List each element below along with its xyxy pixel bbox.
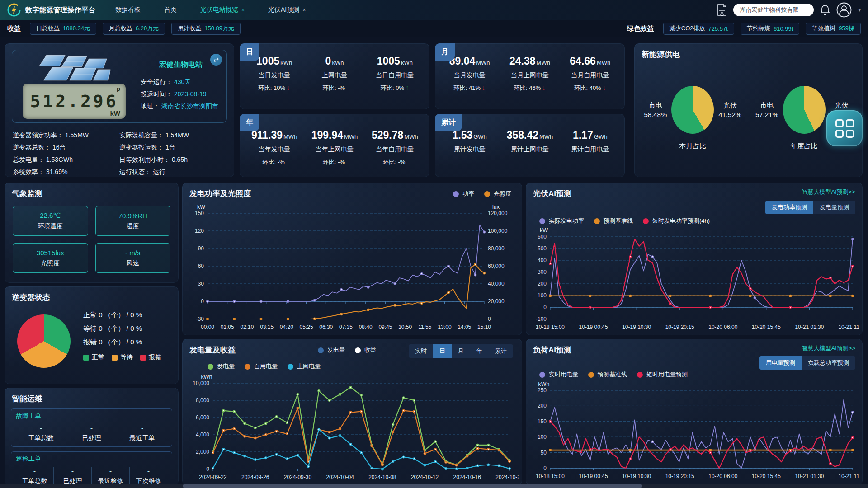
tab-pv-ai-forecast[interactable]: 光伏AI预测 × <box>268 6 306 14</box>
svg-text:60,000: 60,000 <box>488 263 505 269</box>
ai-model-link[interactable]: 智慧大模型AI预测>> <box>802 188 855 196</box>
legend-dot <box>355 347 361 353</box>
svg-text:06:30: 06:30 <box>319 324 333 330</box>
green-pill: 减少CO2排放 725.57t <box>663 23 734 35</box>
legend-item[interactable]: 预测基准线 <box>588 371 627 379</box>
close-icon[interactable]: × <box>302 7 306 13</box>
svg-text:13:00: 13:00 <box>438 324 452 330</box>
chevron-down-icon[interactable]: ▾ <box>858 7 861 13</box>
inverter-status-row: 报错 0 （个） / 0 % <box>83 335 172 349</box>
bell-icon[interactable] <box>820 5 830 15</box>
weather-metric: 22.6℃ 环境温度 <box>13 206 88 236</box>
svg-text:40,000: 40,000 <box>488 281 505 287</box>
power-lcd-display: 512.296 p kW <box>23 84 126 119</box>
svg-text:400: 400 <box>538 257 547 263</box>
svg-text:150: 150 <box>195 210 204 216</box>
svg-text:07:35: 07:35 <box>339 324 353 330</box>
svg-text:10-19 00:45: 10-19 00:45 <box>579 473 608 479</box>
revenue-pill: 月总收益 6.20万元 <box>103 23 165 35</box>
svg-text:10-21 01:30: 10-21 01:30 <box>795 324 824 330</box>
revenue-pills: 日总收益 1080.34元 月总收益 6.20万元 累计收益 150.89万元 <box>30 23 241 35</box>
svg-text:-100: -100 <box>536 316 547 322</box>
period-tab[interactable]: 月 <box>452 344 470 358</box>
legend-item[interactable]: 收益 <box>355 346 376 354</box>
svg-text:250: 250 <box>538 387 547 394</box>
card-badge: 累计 <box>435 114 462 131</box>
station-info-row: 安全运行： 430天 <box>141 76 221 88</box>
tab-pv-station-overview[interactable]: 光伏电站概览 × <box>200 6 245 14</box>
legend-item[interactable]: 发电量 <box>208 362 235 371</box>
svg-text:10-20 06:00: 10-20 06:00 <box>708 324 737 330</box>
svg-text:2024-10-04: 2024-10-04 <box>326 474 354 480</box>
svg-text:2024-10-08: 2024-10-08 <box>368 474 396 480</box>
switch-station-icon[interactable]: ⇄ <box>210 54 222 66</box>
forecast-tabs: 用电量预测 负载总功率预测 <box>760 356 855 370</box>
ops-stat: - 最近检修 <box>91 467 129 485</box>
close-icon[interactable]: × <box>241 7 245 13</box>
period-tab[interactable]: 累计 <box>489 344 513 358</box>
svg-text:00:00: 00:00 <box>201 324 214 330</box>
trend-arrow-icon: ↑ <box>406 84 409 91</box>
forecast-tab[interactable]: 发电功率预测 <box>765 201 813 214</box>
inverter-status-row: 等待 0 （个） / 0 % <box>83 322 172 335</box>
energy-stat: 89.04MWh 当月发电量 环比: 41%↓ <box>445 55 495 91</box>
legend-item[interactable]: 发电量 <box>318 346 345 354</box>
svg-text:30: 30 <box>198 281 204 287</box>
company-selector[interactable]: 湖南宏健生物科技有限 <box>733 4 814 16</box>
forecast-tab[interactable]: 用电量预测 <box>760 356 802 370</box>
card-badge: 年 <box>240 114 259 131</box>
nav-item-home[interactable]: 首页 <box>164 6 177 14</box>
ai-model-link[interactable]: 智慧大模型AI预测>> <box>802 344 855 352</box>
svg-text:kWh: kWh <box>201 374 212 380</box>
month-supply-pie-chart <box>671 86 714 134</box>
trend-arrow-icon: ↓ <box>542 84 546 91</box>
weather-panel: 气象监测 22.6℃ 环境温度 70.9%RH 湿度 30515lux 光照度 <box>5 183 179 283</box>
nav-item-dashboard[interactable]: 数据看板 <box>115 6 141 14</box>
legend-item[interactable]: 预测基准线 <box>594 217 633 225</box>
year-supply-pie-chart <box>783 86 826 134</box>
legend-item[interactable]: 上网电量 <box>288 362 321 371</box>
station-name: 宏健生物电站 <box>141 60 221 70</box>
legend-item[interactable]: 实时用电量 <box>539 371 578 379</box>
legend-item: 报错 <box>140 353 161 361</box>
forecast-tab[interactable]: 负载总功率预测 <box>802 356 855 370</box>
svg-text:10-19 20:15: 10-19 20:15 <box>665 324 694 330</box>
period-tab[interactable]: 年 <box>470 344 489 358</box>
legend-item[interactable]: 短时发电功率预测(4h) <box>643 217 710 225</box>
legend-item[interactable]: 自用电量 <box>245 362 278 371</box>
period-tab[interactable]: 日 <box>433 344 452 358</box>
legend-item: 正常 <box>83 353 104 361</box>
legend-dot <box>484 191 490 197</box>
legend-item[interactable]: 短时用电量预测 <box>637 371 688 379</box>
svg-text:600: 600 <box>538 234 547 240</box>
top-nav: 数字能源管理操作平台 数据看板 首页 光伏电站概览 × 光伏AI预测 × 湖南宏… <box>0 0 868 20</box>
svg-text:0: 0 <box>488 316 491 322</box>
forecast-tab[interactable]: 发电量预测 <box>813 201 855 214</box>
scrollbar-thumb[interactable] <box>183 484 642 488</box>
svg-text:10-21 01:30: 10-21 01:30 <box>795 473 824 479</box>
avatar[interactable] <box>836 2 852 18</box>
document-icon[interactable] <box>717 4 727 16</box>
legend-item[interactable]: 光照度 <box>484 190 511 198</box>
period-tab[interactable]: 实时 <box>409 344 433 358</box>
panel-title: 逆变器状态 <box>5 286 179 303</box>
legend-item[interactable]: 功率 <box>453 190 474 198</box>
svg-text:10-19 10:30: 10-19 10:30 <box>622 473 651 479</box>
weather-metric: - m/s 风速 <box>95 243 171 273</box>
app-grid-widget-button[interactable] <box>826 110 863 146</box>
ops-stat: - 工单总数 <box>16 467 53 485</box>
svg-text:6,000: 6,000 <box>196 414 209 421</box>
energy-revenue-panel: 发电量及收益 发电量 收益 实时 日 月 <box>182 339 522 485</box>
svg-text:2024-10-16: 2024-10-16 <box>453 474 481 480</box>
svg-text:14:05: 14:05 <box>458 324 471 330</box>
revenue-label: 收益 <box>7 24 21 33</box>
energy-stat: 1005kWh 当日自用电量 环比: 0%↑ <box>370 55 420 91</box>
svg-text:4,000: 4,000 <box>196 432 209 438</box>
horizontal-scrollbar[interactable] <box>0 484 868 488</box>
inspection-workorder-box: 巡检工单 - 工单总数 - 已处理 - 最近检修 <box>11 451 172 488</box>
panel-title: 智能运维 <box>5 388 179 404</box>
legend-dot <box>208 364 213 370</box>
legend-item[interactable]: 实际发电功率 <box>539 217 584 225</box>
energy-card-day: 日 1005kWh 当日发电量 环比: 10%↓ 0kWh 上网电量 环比: -… <box>240 43 429 109</box>
stat-row: 逆变器总数： 16台 <box>13 141 119 154</box>
